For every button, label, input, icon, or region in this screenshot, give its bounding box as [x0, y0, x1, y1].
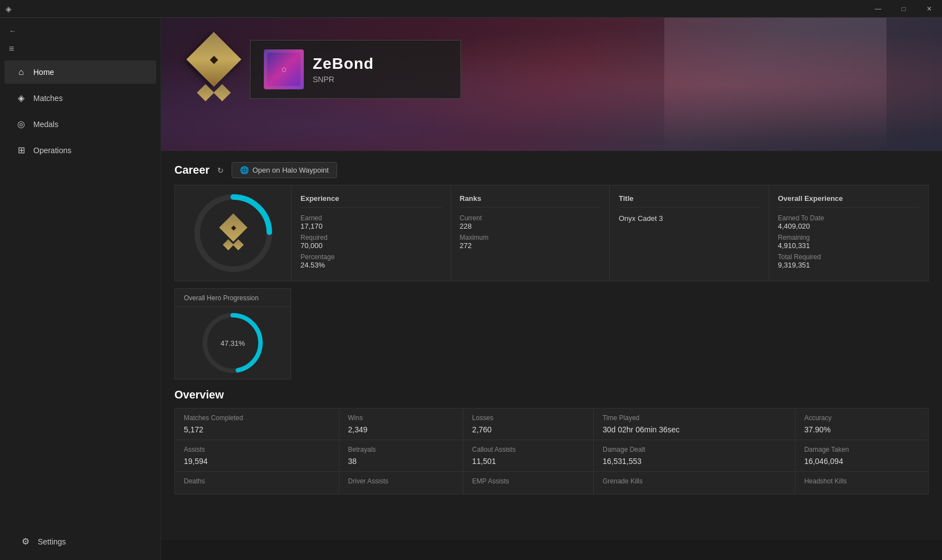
career-grid: ◆ Experience Earned 17,170 Require	[174, 185, 929, 281]
back-icon: ←	[9, 27, 16, 35]
stat-value-0-4: 37.90%	[804, 425, 919, 434]
app-icon: ◈	[6, 4, 12, 13]
rank-badge: ◆	[189, 34, 239, 99]
sidebar-label-home: Home	[33, 68, 54, 77]
hero-banner: ◆ ⬡ ZeBond SNPR	[161, 18, 942, 151]
stat-cell-1-2: Callout Assists 11,501	[463, 440, 593, 471]
refresh-button[interactable]: ↻	[215, 164, 226, 177]
settings-icon: ⚙	[20, 536, 31, 547]
operations-icon: ⊞	[16, 145, 27, 155]
stat-header-1-1: Betrayals	[348, 446, 454, 453]
overview-cell-2-1: Driver Assists	[339, 472, 463, 495]
stat-header-2-3: Grenade Kills	[603, 477, 786, 485]
stat-header-1-3: Damage Dealt	[603, 446, 786, 453]
overview-cell-1-0: Assists 19,594	[175, 440, 339, 472]
stat-value-0-1: 2,349	[348, 425, 454, 434]
overview-row-2: Deaths Driver Assists EMP Assists Grenad…	[175, 472, 929, 495]
stat-value-1-3: 16,531,553	[603, 457, 786, 466]
hero-prog-percentage: 47.31%	[221, 339, 245, 347]
overview-row-1: Assists 19,594 Betrayals 38 Callout Assi…	[175, 440, 929, 472]
main-content: ◆ ⬡ ZeBond SNPR Career ↻	[161, 18, 942, 560]
career-title: Career	[174, 164, 209, 176]
stat-header-2-2: EMP Assists	[472, 477, 584, 485]
maximum-label: Maximum	[460, 234, 601, 241]
stat-cell-1-1: Betrayals 38	[339, 440, 463, 471]
required-value: 70,000	[300, 241, 442, 250]
overview-cell-0-0: Matches Completed 5,172	[175, 408, 339, 440]
close-button[interactable]: ✕	[916, 0, 942, 18]
hero-prog-header: Overall Hero Progression	[175, 289, 290, 307]
total-required-value: 9,319,351	[778, 261, 920, 269]
maximize-button[interactable]: □	[891, 0, 916, 18]
stat-header-0-4: Accuracy	[804, 414, 919, 422]
title-value: Onyx Cadet 3	[619, 214, 760, 223]
stat-header-0-1: Wins	[348, 414, 454, 422]
remaining-label: Remaining	[778, 234, 920, 241]
stat-header-0-2: Losses	[472, 414, 584, 422]
titlebar: ◈ — □ ✕	[0, 0, 942, 18]
waypoint-label: Open on Halo Waypoint	[252, 166, 329, 174]
earned-value: 17,170	[300, 222, 442, 230]
sidebar-bottom: ⚙ Settings	[0, 523, 161, 560]
player-tag: SNPR	[313, 75, 374, 84]
maximum-rank-value: 272	[460, 241, 601, 250]
medals-icon: ◎	[16, 119, 27, 129]
overview-cell-2-4: Headshot Kills	[795, 472, 928, 495]
stat-cell-0-4: Accuracy 37.90%	[795, 408, 928, 440]
minimize-button[interactable]: —	[865, 0, 891, 18]
hero-prog-ring-wrapper: 47.31%	[197, 307, 269, 379]
home-icon: ⌂	[16, 67, 27, 77]
required-label: Required	[300, 234, 442, 241]
sidebar: ← ≡ ⌂ Home ◈ Matches ◎ Medals ⊞ Operatio…	[0, 18, 161, 560]
overview-cell-0-4: Accuracy 37.90%	[795, 408, 928, 440]
stat-header-1-2: Callout Assists	[472, 446, 584, 453]
hero-progression-card: Overall Hero Progression 47.31%	[174, 288, 291, 380]
stat-header-2-1: Driver Assists	[348, 477, 454, 485]
overview-cell-0-2: Losses 2,760	[463, 408, 594, 440]
experience-header: Experience	[300, 194, 442, 208]
career-progress-cell: ◆	[175, 185, 292, 281]
sidebar-item-home[interactable]: ⌂ Home	[4, 60, 156, 84]
hero-prog-inner: 47.31%	[175, 307, 290, 379]
stat-value-1-1: 38	[348, 457, 454, 466]
overview-table: Matches Completed 5,172 Wins 2,349 Losse…	[174, 408, 929, 495]
stat-header-0-3: Time Played	[603, 414, 786, 422]
earned-label: Earned	[300, 214, 442, 222]
stat-header-2-4: Headshot Kills	[804, 477, 919, 485]
back-button[interactable]: ←	[0, 23, 161, 38]
stat-cell-0-2: Losses 2,760	[463, 408, 593, 440]
overview-title: Overview	[174, 389, 929, 401]
sidebar-label-matches: Matches	[33, 94, 63, 103]
stat-header-0-0: Matches Completed	[184, 414, 330, 422]
overview-cell-1-2: Callout Assists 11,501	[463, 440, 594, 472]
overview-row-0: Matches Completed 5,172 Wins 2,349 Losse…	[175, 408, 929, 440]
stat-value-1-0: 19,594	[184, 457, 330, 466]
overview-section: Overview Matches Completed 5,172 Wins 2,…	[174, 389, 929, 495]
overview-cell-0-3: Time Played 30d 02hr 06min 36sec	[593, 408, 795, 440]
sidebar-label-medals: Medals	[33, 120, 58, 129]
stat-cell-2-2: EMP Assists	[463, 472, 593, 494]
waypoint-button[interactable]: 🌐 Open on Halo Waypoint	[232, 162, 337, 178]
stat-cell-0-3: Time Played 30d 02hr 06min 36sec	[594, 408, 795, 440]
stat-value-0-2: 2,760	[472, 425, 584, 434]
stat-header-2-0: Deaths	[184, 477, 330, 485]
stat-cell-2-3: Grenade Kills	[594, 472, 795, 494]
career-experience-cell: Experience Earned 17,170 Required 70,000…	[292, 185, 451, 281]
career-title-cell: Title Onyx Cadet 3	[610, 185, 769, 281]
sidebar-item-settings[interactable]: ⚙ Settings	[9, 529, 152, 553]
sidebar-item-matches[interactable]: ◈ Matches	[4, 86, 156, 110]
player-name: ZeBond	[313, 55, 374, 73]
player-card: ⬡ ZeBond SNPR	[250, 40, 461, 99]
content-area: Career ↻ 🌐 Open on Halo Waypoint	[161, 151, 942, 539]
titlebar-controls: — □ ✕	[865, 0, 942, 18]
stat-cell-0-0: Matches Completed 5,172	[175, 408, 339, 440]
current-label: Current	[460, 214, 601, 222]
career-overall-exp-cell: Overall Experience Earned To Date 4,409,…	[769, 185, 929, 281]
sidebar-item-operations[interactable]: ⊞ Operations	[4, 138, 156, 162]
sidebar-item-medals[interactable]: ◎ Medals	[4, 112, 156, 136]
remaining-value: 4,910,331	[778, 241, 920, 250]
matches-icon: ◈	[16, 93, 27, 103]
ranks-header: Ranks	[460, 194, 601, 208]
earned-to-date-value: 4,409,020	[778, 222, 920, 230]
hamburger-menu[interactable]: ≡	[0, 38, 161, 59]
